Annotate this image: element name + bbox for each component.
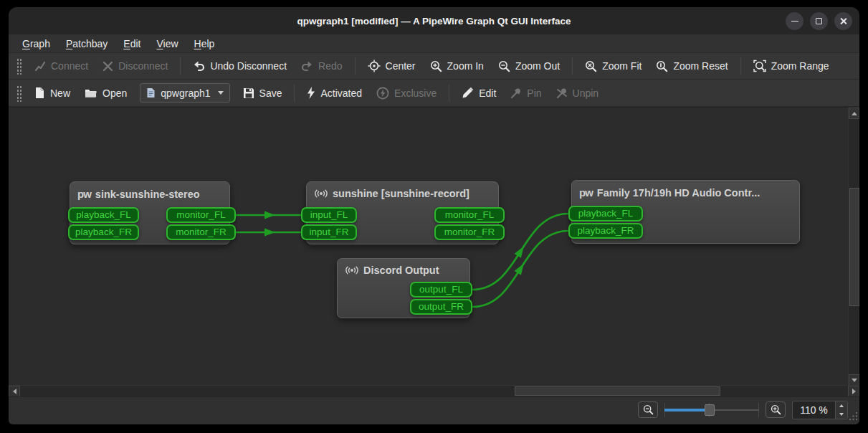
triangle-up-icon xyxy=(852,112,857,115)
port-output-fl[interactable]: output_FL xyxy=(410,282,472,298)
zoom-out-icon xyxy=(643,404,654,415)
connect-button[interactable]: Connect xyxy=(27,55,95,77)
open-button[interactable]: Open xyxy=(77,82,134,104)
slider-fill xyxy=(664,409,710,411)
scroll-up-button[interactable] xyxy=(849,108,859,119)
center-icon xyxy=(368,60,381,72)
horizontal-scrollbar[interactable] xyxy=(9,385,859,396)
port-playback-fr[interactable]: playback_FR xyxy=(68,224,139,240)
node-title: Family 17h/19h HD Audio Contr... xyxy=(597,187,760,199)
open-folder-icon xyxy=(85,87,97,98)
menu-graph[interactable]: Graph xyxy=(14,36,58,52)
arrowhead-icon xyxy=(264,211,275,219)
scroll-down-button[interactable] xyxy=(849,374,859,386)
disconnect-button[interactable]: Disconnect xyxy=(95,55,175,77)
stream-icon xyxy=(314,188,328,199)
menu-patchbay[interactable]: Patchbay xyxy=(58,36,115,52)
port-playback-fr[interactable]: playback_FR xyxy=(568,223,643,239)
spin-up-button[interactable] xyxy=(836,401,847,410)
minimize-button[interactable] xyxy=(786,12,803,30)
zoom-spinbox[interactable]: 110 % xyxy=(792,401,848,419)
spin-down-button[interactable] xyxy=(836,410,847,419)
resize-grip[interactable] xyxy=(849,411,858,421)
slider-handle[interactable] xyxy=(705,404,715,416)
chevron-down-icon xyxy=(218,91,224,95)
arrowhead-icon xyxy=(515,261,528,275)
toolbar-drag-handle[interactable] xyxy=(16,85,22,102)
statusbar: 110 % xyxy=(9,396,859,422)
zoom-in-button[interactable]: Zoom In xyxy=(423,55,491,77)
port-output-fr[interactable]: output_FR xyxy=(410,299,472,315)
toolbar-separator xyxy=(355,57,356,75)
port-playback-fl[interactable]: playback_FL xyxy=(68,207,139,223)
zoom-reset-button[interactable]: Zoom Reset xyxy=(649,55,735,77)
exclusive-icon xyxy=(376,87,389,100)
new-button[interactable]: New xyxy=(27,82,77,104)
patchbay-selector-dropdown[interactable]: qpwgraph1 xyxy=(140,83,229,103)
zoom-out-icon xyxy=(498,60,510,72)
maximize-button[interactable] xyxy=(810,12,828,30)
close-icon xyxy=(839,17,847,25)
menubar: Graph Patchbay Edit View Help xyxy=(9,34,859,53)
zoom-in-icon xyxy=(771,404,781,415)
spinbox-arrows xyxy=(835,401,847,419)
port-playback-fl[interactable]: playback_FL xyxy=(568,206,643,222)
redo-button[interactable]: Redo xyxy=(294,55,349,77)
close-button[interactable] xyxy=(834,12,852,30)
exclusive-button[interactable]: Exclusive xyxy=(369,82,444,104)
statusbar-zoom-in-button[interactable] xyxy=(766,401,786,418)
scroll-right-button[interactable] xyxy=(848,386,859,397)
toolbar-separator xyxy=(180,57,181,75)
disconnect-icon xyxy=(102,61,113,72)
vertical-scrollbar[interactable] xyxy=(848,108,859,386)
activated-bolt-icon xyxy=(307,87,315,99)
pin-icon xyxy=(510,87,522,99)
menu-view[interactable]: View xyxy=(148,36,186,52)
scroll-left-button[interactable] xyxy=(9,386,20,397)
zoom-value[interactable]: 110 % xyxy=(793,401,835,419)
graph-area[interactable]: pw sink-sunshine-stereo playback_FL play… xyxy=(9,108,848,386)
window-title: qpwgraph1 [modified] — A PipeWire Graph … xyxy=(297,16,571,27)
statusbar-zoom-out-button[interactable] xyxy=(638,401,658,418)
port-monitor-fr[interactable]: monitor_FR xyxy=(166,224,236,240)
port-input-fr[interactable]: input_FR xyxy=(301,224,357,240)
vertical-scrollbar-thumb[interactable] xyxy=(849,188,859,306)
new-file-icon xyxy=(34,87,45,99)
stream-icon xyxy=(345,265,359,276)
center-button[interactable]: Center xyxy=(361,55,423,77)
toolbar-separator xyxy=(572,57,573,75)
connect-icon xyxy=(34,60,46,72)
zoom-range-button[interactable]: Zoom Range xyxy=(746,55,836,77)
zoom-in-icon xyxy=(430,60,442,72)
undo-button[interactable]: Undo Disconnect xyxy=(186,55,294,77)
pipewire-icon: pw xyxy=(579,186,593,199)
edit-button[interactable]: Edit xyxy=(454,82,503,104)
menu-help[interactable]: Help xyxy=(186,36,223,52)
triangle-up-icon xyxy=(839,404,844,407)
zoom-fit-button[interactable]: Zoom Fit xyxy=(578,55,649,77)
port-input-fl[interactable]: input_FL xyxy=(301,207,357,223)
triangle-down-icon xyxy=(839,413,844,416)
port-monitor-fl[interactable]: monitor_FL xyxy=(434,207,505,223)
redo-icon xyxy=(301,60,313,72)
horizontal-scrollbar-thumb[interactable] xyxy=(515,386,720,396)
graph-canvas[interactable]: pw sink-sunshine-stereo playback_FL play… xyxy=(9,107,859,396)
zoom-slider[interactable] xyxy=(664,403,759,417)
zoom-out-button[interactable]: Zoom Out xyxy=(491,55,567,77)
pin-button[interactable]: Pin xyxy=(503,82,548,104)
toolbar-separator xyxy=(294,85,295,102)
activated-button[interactable]: Activated xyxy=(300,82,369,104)
save-button[interactable]: Save xyxy=(236,82,290,104)
triangle-right-icon xyxy=(852,389,856,394)
zoom-range-icon xyxy=(753,60,766,72)
port-monitor-fr[interactable]: monitor_FR xyxy=(434,224,505,240)
menu-edit[interactable]: Edit xyxy=(115,36,148,52)
unpin-button[interactable]: Unpin xyxy=(549,82,606,104)
undo-icon xyxy=(193,60,205,72)
unpin-icon xyxy=(556,87,568,99)
minimize-icon xyxy=(791,21,798,22)
app-window: qpwgraph1 [modified] — A PipeWire Graph … xyxy=(9,7,859,424)
toolbar-drag-handle[interactable] xyxy=(16,57,22,75)
toolbar-main: Connect Disconnect Undo Disconnect Redo … xyxy=(9,53,859,80)
port-monitor-fl[interactable]: monitor_FL xyxy=(166,207,236,223)
